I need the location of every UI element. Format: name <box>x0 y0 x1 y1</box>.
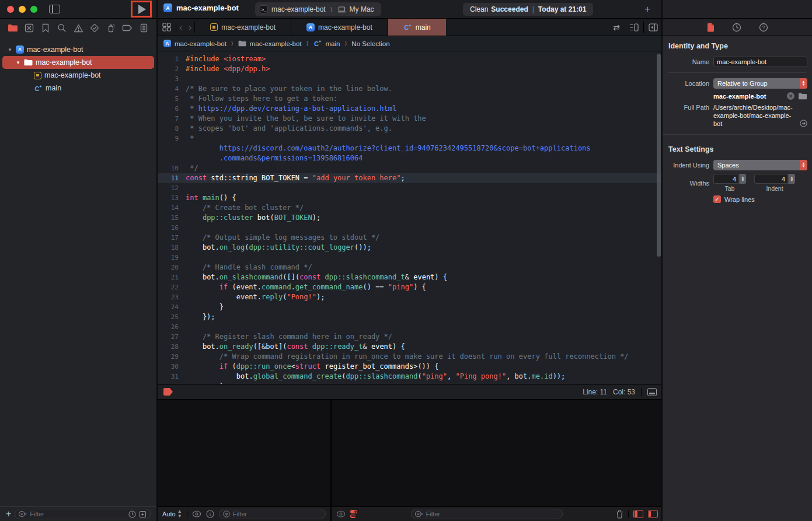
source-editor[interactable]: 1#include <iostream>2#include <dpp/dpp.h… <box>158 51 663 384</box>
code-line[interactable]: 26 <box>158 322 663 332</box>
code-line[interactable]: .commands&permissions=139586816064 <box>158 153 663 163</box>
code-line[interactable]: 31 bot.global_command_create(dpp::slashc… <box>158 372 663 382</box>
tab-main-active[interactable]: C+ main <box>388 19 446 36</box>
run-button[interactable] <box>137 5 146 14</box>
activity-status[interactable]: Clean Succeeded | Today at 21:01 <box>463 3 593 16</box>
code-line[interactable]: 13int main() { <box>158 193 663 203</box>
code-line[interactable]: 8 * scopes 'bot' and 'applications.comma… <box>158 124 663 134</box>
code-line[interactable]: 20 /* Handle slash command */ <box>158 263 663 272</box>
code-line[interactable]: 27 /* Register slash command here in on_… <box>158 332 663 342</box>
tests-icon[interactable] <box>89 22 100 34</box>
code-line[interactable]: 17 /* Output simple log messages to stdo… <box>158 233 663 243</box>
related-items-icon[interactable] <box>158 19 176 36</box>
add-editor-icon[interactable] <box>644 19 663 36</box>
line-number[interactable]: 7 <box>158 114 179 124</box>
tab-width-field[interactable]: 4 <box>713 174 739 184</box>
file-inspector-icon[interactable] <box>707 23 715 32</box>
line-number[interactable] <box>158 144 179 153</box>
code-line[interactable]: 15 dpp::cluster bot(BOT_TOKEN); <box>158 213 663 223</box>
code-line[interactable]: 24 } <box>158 302 663 312</box>
code-line[interactable]: 2#include <dpp/dpp.h> <box>158 64 663 74</box>
quicklook-icon[interactable] <box>192 510 201 517</box>
code-line[interactable]: 19 <box>158 253 663 263</box>
navigator-filter-field[interactable]: Filter <box>15 509 151 519</box>
code-line[interactable]: 29 /* Wrap command registration in run_o… <box>158 352 663 362</box>
line-number[interactable]: 9 <box>158 134 179 144</box>
scheme-target[interactable]: mac-example-bot <box>271 5 326 13</box>
code-line[interactable]: 22 if (event.command.get_command_name() … <box>158 282 663 292</box>
line-number[interactable]: 1 <box>158 54 179 64</box>
tree-row-main[interactable]: C+ main <box>0 82 156 95</box>
scheme-selector[interactable]: >_ mac-example-bot ⟩ My Mac <box>255 2 381 16</box>
line-number[interactable]: 6 <box>158 104 179 114</box>
tab-width-stepper[interactable]: ▲▼ <box>739 174 746 184</box>
console-pane-toggle-icon[interactable] <box>648 510 658 518</box>
breadcrumb-item[interactable]: mac-example-bot <box>175 40 226 47</box>
line-number[interactable]: 21 <box>158 272 179 282</box>
quick-help-icon[interactable]: ? <box>759 23 768 32</box>
choose-folder-icon[interactable] <box>798 93 807 100</box>
tab-project[interactable]: A mac-example-bot <box>291 19 388 36</box>
zoom-window-button[interactable] <box>30 6 37 13</box>
line-number[interactable]: 15 <box>158 213 179 223</box>
breadcrumb-item[interactable]: No Selection <box>351 40 389 47</box>
code-line[interactable]: 12 <box>158 183 663 193</box>
tree-row-target[interactable]: mac-example-bot <box>0 69 156 82</box>
history-inspector-icon[interactable] <box>732 23 741 32</box>
line-number[interactable]: 17 <box>158 233 179 243</box>
console-toggles-icon[interactable] <box>350 510 357 518</box>
line-number[interactable]: 14 <box>158 203 179 213</box>
breadcrumb-item[interactable]: main <box>326 40 340 47</box>
line-number[interactable]: 22 <box>158 282 179 292</box>
code-line[interactable]: 10 */ <box>158 163 663 173</box>
close-window-button[interactable] <box>7 6 14 13</box>
breadcrumb-item[interactable]: mac-example-bot <box>250 40 302 47</box>
code-line[interactable]: https://discord.com/oauth2/authorize?cli… <box>158 144 663 153</box>
source-control-icon[interactable] <box>23 22 35 34</box>
layout-icon[interactable] <box>647 388 657 396</box>
bookmark-icon[interactable] <box>40 22 51 34</box>
add-button[interactable]: + <box>6 509 11 519</box>
line-number[interactable]: 30 <box>158 362 179 372</box>
line-number[interactable]: 2 <box>158 64 179 74</box>
code-line[interactable]: 23 event.reply("Pong!"); <box>158 292 663 302</box>
line-number[interactable]: 10 <box>158 163 179 173</box>
variables-pane-toggle-icon[interactable] <box>633 510 643 518</box>
location-dropdown[interactable]: Relative to Group ▲▼ <box>713 78 807 89</box>
code-line[interactable]: 9 * <box>158 134 663 144</box>
find-icon[interactable] <box>56 22 68 34</box>
tree-row-group-selected[interactable]: ▾ mac-example-bot <box>2 56 154 69</box>
line-number[interactable]: 8 <box>158 124 179 134</box>
indent-width-field[interactable]: 4 <box>754 174 788 184</box>
code-line[interactable]: 18 bot.on_log(dpp::utility::cout_logger(… <box>158 243 663 253</box>
line-number[interactable]: 29 <box>158 352 179 362</box>
code-line[interactable]: 16 <box>158 223 663 233</box>
name-field[interactable]: mac-example-bot <box>713 57 807 67</box>
open-arrow-icon[interactable] <box>800 120 807 127</box>
line-number[interactable]: 4 <box>158 84 179 94</box>
line-number[interactable]: 25 <box>158 312 179 322</box>
code-line[interactable]: 3 <box>158 74 663 84</box>
sidebar-toggle-icon[interactable] <box>49 5 60 13</box>
code-line[interactable]: 11const std::string BOT_TOKEN = "add you… <box>158 173 663 183</box>
editor-options-icon[interactable] <box>625 19 643 36</box>
trash-icon[interactable] <box>616 510 623 519</box>
line-number[interactable]: 16 <box>158 223 179 233</box>
clear-icon[interactable]: ✕ <box>787 92 794 100</box>
line-number[interactable]: 23 <box>158 292 179 302</box>
indent-using-dropdown[interactable]: Spaces ▲▼ <box>713 160 807 170</box>
console-view[interactable] <box>332 400 663 506</box>
source-control-filter-icon[interactable] <box>139 510 147 518</box>
code-line[interactable]: 6 * https://dpp.dev/creating-a-bot-appli… <box>158 104 663 114</box>
wrap-lines-checkbox[interactable]: ✓ <box>713 195 721 203</box>
line-number[interactable]: 31 <box>158 372 179 382</box>
line-number[interactable]: 13 <box>158 193 179 203</box>
minimize-window-button[interactable] <box>19 6 26 13</box>
line-number[interactable]: 19 <box>158 253 179 263</box>
recent-files-clock-icon[interactable] <box>128 510 136 518</box>
code-line[interactable]: 5 * Follow steps here to get a token: <box>158 94 663 104</box>
variables-scope-selector[interactable]: Auto ▲▼ <box>162 509 182 519</box>
variables-view[interactable] <box>158 400 330 506</box>
info-icon[interactable] <box>206 510 214 518</box>
forward-icon[interactable]: › <box>186 19 195 36</box>
